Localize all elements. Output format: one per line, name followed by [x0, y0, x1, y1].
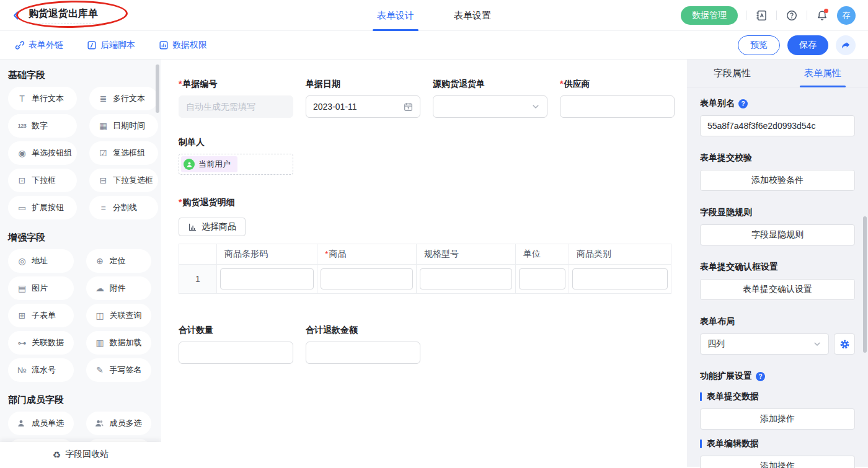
data-permission-link[interactable]: 数据权限	[159, 40, 207, 51]
divider-icon: ≡	[98, 203, 108, 212]
form-alias-label: 表单别名	[700, 98, 735, 109]
field-total-qty[interactable]: 合计数量	[179, 324, 293, 364]
preview-button[interactable]: 预览	[738, 35, 780, 55]
field-image[interactable]: ▤图片	[8, 276, 74, 300]
field-member-single[interactable]: 成员单选	[8, 412, 74, 435]
extension-section: 功能扩展设置 ? 表单提交数据 添加操作 表单编辑数据 添加操作	[700, 370, 855, 468]
supplier-input[interactable]	[560, 95, 675, 118]
field-select[interactable]: ⊡下拉框	[8, 169, 77, 192]
creator-field[interactable]: 当前用户	[179, 154, 293, 175]
location-pin-icon: ◎	[17, 257, 27, 265]
notification-bell-icon[interactable]	[815, 9, 829, 22]
accent-bar	[700, 439, 702, 448]
page-title[interactable]: 购货退货出库单	[26, 6, 100, 24]
field-radio-group[interactable]: ◉单选按钮组	[8, 141, 77, 165]
field-geolocation[interactable]: ⊕定位	[86, 249, 152, 273]
field-visibility-button[interactable]: 字段显隐规则	[700, 224, 855, 245]
share-button[interactable]	[836, 35, 856, 55]
help-icon[interactable]	[785, 9, 799, 22]
form-row-1: *单据编号 单据日期 2023-01-11	[179, 77, 687, 118]
field-linked-data[interactable]: ⊶关联数据	[8, 331, 74, 355]
tab-form-design[interactable]: 表单设计	[377, 0, 414, 31]
back-button[interactable]	[9, 8, 24, 23]
spec-cell-input[interactable]	[420, 268, 512, 289]
layout-settings-button[interactable]	[834, 333, 855, 355]
field-source-order[interactable]: 源购货退货单	[433, 77, 547, 118]
product-cell-input[interactable]	[321, 268, 413, 289]
select-product-button[interactable]: 选择商品	[179, 218, 246, 236]
field-serial-number[interactable]: №流水号	[8, 358, 74, 382]
field-doc-date[interactable]: 单据日期 2023-01-11	[306, 77, 420, 118]
total-qty-input[interactable]	[179, 342, 293, 364]
accent-bar	[700, 392, 702, 401]
unit-cell-input[interactable]	[519, 268, 565, 289]
form-alias-native-input[interactable]	[707, 121, 848, 131]
category-cell-input[interactable]	[572, 268, 668, 289]
field-supplier[interactable]: *供应商	[560, 77, 675, 118]
save-button[interactable]: 保存	[787, 35, 828, 55]
panel-scrollbar[interactable]	[863, 216, 867, 353]
field-multi-line-text[interactable]: ≣多行文本	[89, 87, 158, 110]
section-title-enhanced: 增强字段	[8, 232, 151, 243]
field-recycle-bin[interactable]: ♻ 字段回收站	[0, 442, 161, 467]
field-address[interactable]: ◎地址	[8, 249, 74, 273]
total-qty-native-input[interactable]	[186, 348, 286, 358]
field-divider[interactable]: ≡分割线	[89, 196, 158, 219]
form-canvas: *单据编号 单据日期 2023-01-11	[161, 60, 687, 467]
doc-date-input[interactable]: 2023-01-11	[306, 95, 420, 118]
field-checkbox-group[interactable]: ☑复选框组	[89, 141, 158, 165]
confirm-box-section: 表单提交确认框设置 表单提交确认设置	[700, 261, 855, 300]
field-signature[interactable]: ✎手写签名	[86, 358, 152, 382]
field-extend-button[interactable]: ▭扩展按钮	[8, 196, 77, 219]
data-manage-button[interactable]: 数据管理	[681, 6, 738, 25]
pen-icon: ✎	[95, 366, 105, 374]
col-unit: 单位	[516, 244, 569, 265]
user-avatar[interactable]: 存	[837, 6, 856, 25]
tab-field-properties[interactable]: 字段属性	[687, 60, 777, 87]
help-icon[interactable]: ?	[756, 372, 765, 381]
col-category: 商品类别	[569, 244, 671, 265]
tab-form-settings[interactable]: 表单设置	[454, 0, 491, 31]
backend-script-link[interactable]: 后端脚本	[87, 40, 135, 51]
doc-no-input[interactable]	[179, 95, 293, 118]
divider	[807, 11, 807, 20]
header-actions: 数据管理 存	[681, 6, 856, 25]
edit-data-add-button[interactable]: 添加操作	[700, 456, 855, 468]
permission-icon	[159, 40, 169, 50]
barcode-cell-input[interactable]	[220, 268, 314, 289]
form-alias-input[interactable]	[700, 115, 855, 136]
confirm-box-button[interactable]: 表单提交确认设置	[700, 279, 855, 300]
source-order-select[interactable]	[433, 95, 547, 118]
total-refund-native-input[interactable]	[313, 348, 413, 358]
field-attachment[interactable]: ☁附件	[86, 276, 152, 300]
field-lookup-query[interactable]: ◫关联查询	[86, 304, 152, 327]
detail-table-header: 商品条形码 *商品 规格型号 单位 商品类别	[179, 244, 671, 265]
field-multi-select[interactable]: ⊟下拉复选框	[89, 169, 158, 192]
field-doc-no[interactable]: *单据编号	[179, 77, 293, 118]
field-total-refund[interactable]: 合计退款金额	[306, 324, 420, 364]
field-data-load[interactable]: ▥数据加载	[86, 331, 152, 355]
supplier-native-input[interactable]	[567, 102, 667, 112]
help-icon[interactable]: ?	[738, 99, 748, 108]
address-book-icon[interactable]	[755, 9, 768, 22]
field-datetime[interactable]: ▦日期时间	[89, 114, 158, 138]
field-number[interactable]: 123数字	[8, 114, 77, 138]
total-refund-input[interactable]	[306, 342, 420, 364]
sidebar-scrollbar[interactable]	[156, 64, 159, 113]
field-creator[interactable]: 制单人 当前用户	[179, 136, 687, 175]
current-user-tag[interactable]: 当前用户	[181, 156, 237, 172]
chart-icon	[188, 223, 197, 232]
totals-row: 合计数量 合计退款金额	[179, 324, 687, 364]
notification-dot	[824, 9, 828, 13]
submit-data-add-button[interactable]: 添加操作	[700, 408, 855, 430]
form-external-link[interactable]: 表单外链	[15, 40, 63, 51]
tab-form-properties[interactable]: 表单属性	[777, 60, 868, 87]
field-detail-subform[interactable]: *购货退货明细 选择商品 商品条形码 *商品 规格型号 单位 商品类别	[179, 196, 687, 294]
field-single-line-text[interactable]: T单行文本	[8, 87, 77, 110]
form-layout-select[interactable]: 四列	[700, 333, 829, 355]
add-validation-button[interactable]: 添加校验条件	[700, 170, 855, 191]
top-header: 购货退货出库单 表单设计 表单设置 数据管理	[0, 0, 868, 31]
doc-no-native-input[interactable]	[186, 102, 286, 112]
field-subform[interactable]: ⊞子表单	[8, 304, 74, 327]
field-member-multi[interactable]: 成员多选	[86, 412, 152, 435]
